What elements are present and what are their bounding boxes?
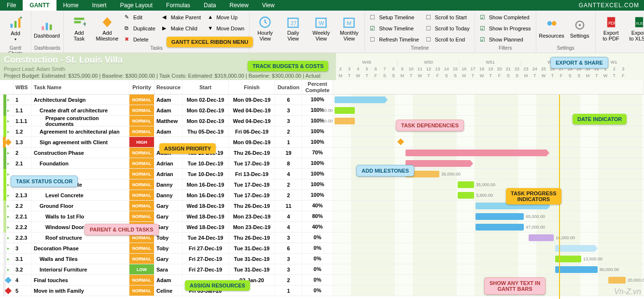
scroll-start-check[interactable]: Scroll to Start [424,13,472,22]
hourly-view-button[interactable]: Hourly View [252,13,278,44]
make-child-button[interactable]: ▶Make Child [160,24,203,33]
callout-bartext: SHOW ANY TEXT IN GANTT BARS [484,277,546,295]
svg-text:27: 27 [291,20,297,26]
tab-gantt[interactable]: GANTT [23,0,56,11]
svg-text:W: W [319,20,324,26]
task-row[interactable]: 4Final touchesNORMALAdam02-Jan-2020%20,0… [0,275,644,285]
down-icon: ▼ [208,25,214,32]
svg-rect-8 [74,21,81,24]
duplicate-button[interactable]: ⧉Duplicate [123,24,157,33]
ribbon: +Add▾ Gantt Charts Dashboard Dashboards … [0,11,644,53]
resources-button[interactable]: Resources [539,13,564,44]
monthly-view-button[interactable]: MMonthly View [336,13,362,44]
export-xlsx-button[interactable]: XLSXExport to XLSX [627,13,644,44]
svg-rect-1 [14,21,17,27]
task-row[interactable]: ▸1Architectural DesignNORMALAdamMon 02-D… [0,95,644,105]
brand-label: GANTTEXCEL.COM [579,0,639,11]
task-row[interactable]: ▸2Construction PhaseNORMALAdamTue 10-Dec… [0,148,644,158]
svg-rect-0 [11,24,13,27]
task-row[interactable]: ▸2.1FoundationNORMALAdrianTue 10-Dec-19T… [0,158,644,169]
outdent-icon: ◀ [162,14,169,21]
callout-progress: TASK PROGRESS INDICATORS [506,188,561,204]
show-completed-check[interactable]: Show Completed [478,13,533,22]
task-row[interactable]: ▸3Decoration PhaseNORMALTobyFri 27-Dec-1… [0,243,644,254]
ribbon-group-export: PDFExport to PDF XLSXExport to XLSX [596,11,644,53]
dashboard-button[interactable]: Dashboard [34,13,59,44]
menu-tabs: FileGANTTHomeInsertPage LayoutFormulasDa… [0,0,644,11]
export-pdf-button[interactable]: PDFExport to PDF [599,13,624,44]
indent-icon: ▶ [162,25,169,32]
callout-taskdep: TASK DEPENDENCIES [396,120,464,131]
show-inprogress-check[interactable]: Show In Progress [478,24,533,33]
svg-text:PDF: PDF [608,21,616,26]
ribbon-group-filters: Show Completed Show In Progress Show Pla… [475,11,536,53]
make-parent-button[interactable]: ◀Make Parent [160,13,203,22]
tab-insert[interactable]: Insert [85,0,113,11]
scroll-end-check[interactable]: Scroll to End [424,35,472,44]
callout-dateind: DATE INDICATOR [573,114,627,124]
ribbon-group-views: Hourly View 27Daily View WWeekly View MM… [250,11,365,53]
svg-text:M: M [347,20,352,26]
setup-timeline-check[interactable]: Setup Timeline [368,13,421,22]
tab-formulas[interactable]: Formulas [159,0,197,11]
ribbon-group-timeline: Setup Timeline Show Timeline Refresh Tim… [365,11,475,53]
task-row[interactable]: ▸3.2Interiors/ FurnitureLOWSaraFri 27-De… [0,264,644,275]
add-milestone-button[interactable]: Add Milestone [95,13,120,44]
task-row[interactable]: ▸1.1Create draft of architectureNORMALAd… [0,105,644,116]
callout-milestone: ADD MILESTONES [356,165,414,177]
show-planned-check[interactable]: Show Planned [478,35,533,44]
task-row[interactable]: ▸NORMALAdrianTue 10-Dec-19Fri 13-Dec-194… [0,169,644,179]
task-row[interactable]: ▸2.2.1Walls to 1st FloNORMALGaryWed 18-D… [0,211,644,222]
tab-view[interactable]: View [255,0,281,11]
daily-view-button[interactable]: 27Daily View [280,13,306,44]
delete-button[interactable]: ✖Delete [123,35,157,44]
callout-export: EXPORT & SHARE [550,57,608,68]
table-header: WBS Task Name Priority Resource Start Fi… [0,80,644,95]
settings-button[interactable]: Settings [567,13,592,44]
tab-home[interactable]: Home [56,0,85,11]
svg-text:XLSX: XLSX [636,22,644,25]
ribbon-group-settings: Resources Settings Settings [536,11,596,53]
callout-resources: ASSIGN RESOURCES [185,280,250,291]
duplicate-icon: ⧉ [125,25,131,32]
callout-budgets: TRACK BUDGETS & COSTS [248,61,328,71]
svg-point-20 [578,24,581,27]
svg-point-17 [547,21,551,26]
weekly-view-button[interactable]: WWeekly View [308,13,334,44]
ribbon-group-ganttcharts: +Add▾ Gantt Charts [0,11,31,53]
callout-priority: ASSIGN PRIORITY [159,143,216,154]
svg-text:+: + [19,16,22,20]
move-up-button[interactable]: ▲Move Up [206,13,246,22]
watermark: Vn-Z.vn [614,287,641,296]
tab-review[interactable]: Review [223,0,255,11]
show-timeline-check[interactable]: Show Timeline [368,24,421,33]
callout-status: TASK STATUS COLOR [11,176,78,187]
callout-ribbon: GANTT EXCEL RIBBON MENU [167,37,253,47]
ribbon-group-dashboards: Dashboard Dashboards [31,11,64,53]
scroll-today-check[interactable]: Scroll to Today [424,24,472,33]
edit-button[interactable]: ✎Edit [123,13,157,22]
add-chart-button[interactable]: +Add▾ [3,13,28,44]
tab-file[interactable]: File [0,0,23,11]
task-row[interactable]: ▸1.2Agreement to architectural planNORMA… [0,126,644,137]
svg-rect-5 [46,23,48,30]
add-task-button[interactable]: +Add Task [67,13,92,44]
task-row[interactable]: ▸1.1.1Prepare construction documentsNORM… [0,116,644,126]
task-row[interactable]: ▸3.1Walls and TilesNORMALGaryFri 27-Dec-… [0,254,644,264]
up-icon: ▲ [208,14,214,21]
tab-page-layout[interactable]: Page Layout [113,0,159,11]
refresh-timeline-check[interactable]: Refresh Timeline [368,35,421,44]
task-row[interactable]: 5Move in with FamilyNORMALCelineFri 03-J… [0,285,644,296]
svg-rect-4 [42,26,44,30]
svg-point-18 [552,21,556,26]
pencil-icon: ✎ [125,14,131,21]
delete-icon: ✖ [125,36,131,43]
move-down-button[interactable]: ▼Move Down [206,24,246,33]
callout-parent: PARENT & CHILD TASKS [84,224,159,235]
svg-text:+: + [83,19,86,28]
tab-data[interactable]: Data [197,0,223,11]
task-row[interactable]: 1.3Sign agreement with ClientHIGHMon 09-… [0,137,644,148]
svg-rect-6 [50,25,52,30]
